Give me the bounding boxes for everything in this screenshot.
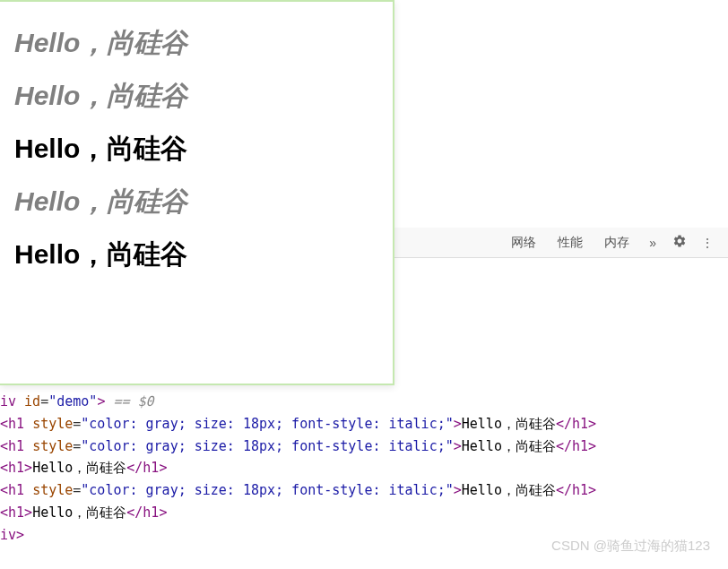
devtools-tab-bar: 网络 性能 内存 » ⋮ [394,228,728,258]
code-line-h1-styled-3[interactable]: <h1 style="color: gray; size: 18px; font… [0,479,728,502]
heading-2: Hello，尚硅谷 [14,78,378,115]
code-line-h1-styled-1[interactable]: <h1 style="color: gray; size: 18px; font… [0,413,728,435]
heading-5: Hello，尚硅谷 [14,237,378,273]
code-line-h1-plain-2[interactable]: <h1>Hello，尚硅谷</h1> [0,502,728,524]
tab-network[interactable]: 网络 [500,229,547,256]
elements-panel[interactable]: iv id="demo"> == $0 <h1 style="color: gr… [0,387,728,549]
tabs-more[interactable]: » [640,230,665,255]
tab-performance[interactable]: 性能 [547,229,594,256]
heading-3: Hello，尚硅谷 [14,131,378,168]
heading-4: Hello，尚硅谷 [14,184,378,220]
gear-icon[interactable] [665,230,694,254]
heading-1: Hello，尚硅谷 [14,25,378,62]
tab-memory[interactable]: 内存 [594,229,640,256]
code-line-div-open[interactable]: iv id="demo"> == $0 [0,391,728,413]
preview-panel: Hello，尚硅谷 Hello，尚硅谷 Hello，尚硅谷 Hello，尚硅谷 … [0,0,394,385]
code-line-h1-plain-1[interactable]: <h1>Hello，尚硅谷</h1> [0,457,728,479]
code-line-h1-styled-2[interactable]: <h1 style="color: gray; size: 18px; font… [0,435,728,458]
kebab-menu-icon[interactable]: ⋮ [694,232,721,254]
watermark: CSDN @骑鱼过海的猫123 [551,538,710,555]
